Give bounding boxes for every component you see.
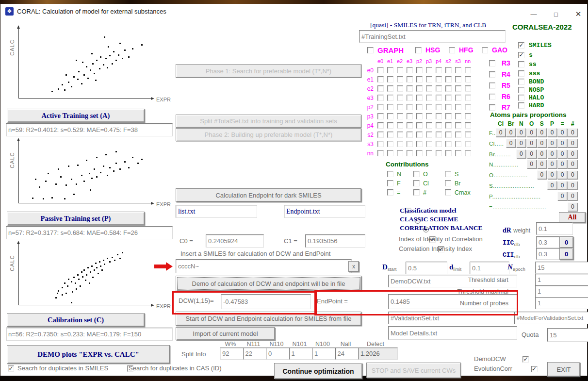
continue-optimization-button[interactable]: Continue optimization xyxy=(274,363,362,379)
ss-toggle[interactable]: ss xyxy=(518,61,537,68)
quota-field[interactable]: 15 xyxy=(547,328,588,342)
model-details-file-field[interactable]: Model Details.txt xyxy=(388,326,517,340)
grid-checkbox-s2-e1[interactable] xyxy=(387,132,393,138)
iic-zero-button[interactable]: 0 xyxy=(559,236,573,248)
evolution-corr-checkbox[interactable] xyxy=(531,366,538,372)
smiles-checkbox[interactable] xyxy=(518,42,524,49)
r6-checkbox[interactable] xyxy=(489,94,495,100)
grid-checkbox-e1-e1[interactable] xyxy=(387,76,393,83)
contribution-toggle-S[interactable]: S xyxy=(445,169,489,179)
grid-checkbox-e3-nn[interactable] xyxy=(465,95,471,101)
grid-checkbox-e0-p2[interactable] xyxy=(416,67,423,73)
hard-checkbox[interactable] xyxy=(518,102,524,109)
dup-smiles-checkbox[interactable] xyxy=(8,365,14,372)
grid-checkbox-p3-s3[interactable] xyxy=(455,113,461,119)
grid-checkbox-p4-p3[interactable] xyxy=(426,122,432,129)
pair-cell-N-=[interactable]: 0 xyxy=(557,160,567,168)
grid-checkbox-nn-nn[interactable] xyxy=(465,150,471,156)
grid-checkbox-nn-e3[interactable] xyxy=(407,150,413,156)
grid-checkbox-s3-p2[interactable] xyxy=(416,141,423,147)
sss-toggle[interactable]: sss xyxy=(518,70,540,77)
grid-checkbox-e0-nn[interactable] xyxy=(465,67,471,73)
pair-cell-N-O[interactable]: 0 xyxy=(527,160,537,168)
pair-cell-Cl-=[interactable]: 0 xyxy=(557,139,567,148)
validation-set-file-field[interactable]: #ValidationSet.txt xyxy=(388,312,517,324)
grid-checkbox-e2-s3[interactable] xyxy=(455,85,461,92)
c0-value-field[interactable]: 0.2405924 xyxy=(206,234,264,248)
gao-toggle[interactable]: GAO xyxy=(482,46,507,54)
contribution-toggle-N[interactable]: N xyxy=(387,169,413,179)
grid-checkbox-p4-p2[interactable] xyxy=(416,122,423,129)
grid-checkbox-e3-p3[interactable] xyxy=(426,95,432,101)
split-info-value-N101[interactable]: 1 xyxy=(289,348,315,360)
grid-checkbox-e0-e2[interactable] xyxy=(397,67,403,73)
nosp-checkbox[interactable] xyxy=(518,87,524,93)
gao-checkbox[interactable] xyxy=(482,47,488,53)
hard-toggle[interactable]: HARD xyxy=(518,102,544,109)
grid-checkbox-e2-e2[interactable] xyxy=(397,85,403,92)
model-for-validation-file-field[interactable]: #ModelForValidationSet.txt xyxy=(514,312,588,324)
sss-checkbox[interactable] xyxy=(518,70,524,77)
grid-checkbox-s3-e2[interactable] xyxy=(397,141,403,147)
smiles-input[interactable]: ccccN~ xyxy=(176,259,352,273)
grid-checkbox-e2-e0[interactable] xyxy=(377,85,384,92)
phase1-button[interactable]: Phase 1: Search for preferable model (T*… xyxy=(176,64,361,78)
grid-checkbox-e1-e3[interactable] xyxy=(407,76,413,83)
contribution-checkbox-N[interactable] xyxy=(387,171,393,177)
halo-checkbox[interactable] xyxy=(518,95,524,101)
calibration-set-button[interactable]: Calibration set (C) xyxy=(7,313,145,327)
pair-cell-Cl-P[interactable]: 0 xyxy=(547,139,557,148)
contribution-toggle-#[interactable]: # xyxy=(413,188,445,197)
grid-checkbox-p2-nn[interactable] xyxy=(465,104,471,110)
pair-cell-O-=[interactable]: 0 xyxy=(557,170,567,179)
r5-checkbox[interactable] xyxy=(489,83,495,89)
grid-checkbox-nn-p4[interactable] xyxy=(436,150,442,156)
pair-cell-F-O[interactable]: 0 xyxy=(527,128,537,137)
pair-cell-P-=[interactable]: 0 xyxy=(557,192,567,200)
number-of-probes-field[interactable]: 1 xyxy=(535,297,588,309)
grid-checkbox-e1-p4[interactable] xyxy=(436,76,442,83)
pair-cell-Cl-O[interactable]: 0 xyxy=(527,139,537,148)
d-limit-field[interactable]: 0.1 xyxy=(470,262,509,274)
grid-checkbox-e0-e0[interactable] xyxy=(377,67,384,73)
pair-cell-F-Cl[interactable]: 0 xyxy=(496,128,506,137)
r7-toggle[interactable]: R7 xyxy=(489,103,510,111)
grid-checkbox-s3-s3[interactable] xyxy=(455,141,461,147)
passive-training-set-button[interactable]: Passive Training set (P) xyxy=(7,212,145,225)
pair-cell-O-#[interactable]: 0 xyxy=(568,170,577,179)
pair-cell-O-S[interactable]: 0 xyxy=(537,170,547,179)
d-start-field[interactable]: 0.5 xyxy=(406,262,447,274)
hsg-toggle[interactable]: HSG xyxy=(415,46,440,54)
contribution-checkbox-S[interactable] xyxy=(445,171,451,177)
contribution-checkbox-Cl[interactable] xyxy=(413,180,420,186)
grid-checkbox-e1-p3[interactable] xyxy=(426,76,432,83)
threshold-start-field[interactable]: 1 xyxy=(535,274,588,286)
r6-toggle[interactable]: R6 xyxy=(489,93,510,100)
grid-checkbox-p3-e3[interactable] xyxy=(407,113,413,119)
split-info-value-W%[interactable]: 92 xyxy=(220,348,246,360)
grid-checkbox-e0-s3[interactable] xyxy=(455,67,461,73)
contribution-toggle-Cmax[interactable]: Cmax xyxy=(445,188,489,197)
contribution-toggle-Cl[interactable]: Cl xyxy=(413,179,445,188)
grid-checkbox-e0-e3[interactable] xyxy=(407,67,413,73)
dr-weight-field[interactable]: 0.1 xyxy=(536,222,573,235)
grid-checkbox-s3-p4[interactable] xyxy=(436,141,442,147)
grid-checkbox-e1-e2[interactable] xyxy=(397,76,403,83)
grid-checkbox-nn-s2[interactable] xyxy=(445,150,452,156)
phase2-button[interactable]: Phase 2: Building up preferable model (T… xyxy=(176,128,361,141)
threshold-maximal-field[interactable]: 1 xyxy=(535,285,588,298)
grid-checkbox-e2-s2[interactable] xyxy=(445,85,452,92)
grid-checkbox-p4-e1[interactable] xyxy=(387,122,393,129)
grid-checkbox-s3-nn[interactable] xyxy=(465,141,471,147)
pair-cell-N-P[interactable]: 0 xyxy=(547,160,557,168)
grid-checkbox-p3-p2[interactable] xyxy=(416,113,423,119)
grid-checkbox-s2-e2[interactable] xyxy=(397,132,403,138)
grid-checkbox-p4-e2[interactable] xyxy=(397,122,403,129)
import-model-button[interactable]: Import of current model xyxy=(176,327,275,340)
grid-checkbox-e3-e2[interactable] xyxy=(397,95,403,101)
r4-toggle[interactable]: R4 xyxy=(489,70,510,78)
close-button[interactable]: ✕ xyxy=(569,8,588,20)
grid-checkbox-s2-e3[interactable] xyxy=(407,132,413,138)
grid-checkbox-nn-e0[interactable] xyxy=(377,150,384,156)
calc-endpoint-dark-smiles-button[interactable]: Calculation Endpoint for dark SMILES xyxy=(176,188,361,202)
